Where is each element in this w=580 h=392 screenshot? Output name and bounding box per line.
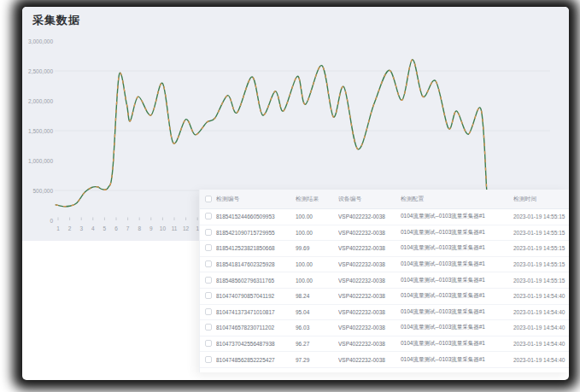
x-axis-label: 4 bbox=[91, 225, 95, 231]
row-checkbox[interactable] bbox=[200, 244, 216, 252]
column-header-0: 检测编号 bbox=[216, 195, 296, 203]
row-checkbox[interactable] bbox=[200, 292, 216, 300]
cell-detection-id: 8185418147602325928 bbox=[216, 261, 296, 267]
cell-detection-result: 100.00 bbox=[296, 214, 338, 219]
cell-detection-config: 0104流量测试--0103流量采集器#1 bbox=[401, 277, 513, 284]
cell-device-number: VSP4022232-0038 bbox=[338, 293, 401, 299]
cell-detection-id: 8104740790857041192 bbox=[216, 293, 296, 299]
cell-detection-result: 99.69 bbox=[296, 245, 338, 251]
x-axis-label: 1 bbox=[56, 225, 60, 231]
cell-detection-result: 96.03 bbox=[296, 325, 338, 331]
table-row[interactable]: 810474657823071120296.03VSP4022232-00380… bbox=[200, 320, 569, 336]
table-row[interactable]: 8185421090715729955100.00VSP4022232-0038… bbox=[200, 225, 569, 242]
cell-device-number: VSP4022232-0038 bbox=[338, 278, 401, 284]
checkbox-icon bbox=[205, 213, 212, 219]
cell-detection-config: 0104流量测试--0103流量采集器#1 bbox=[401, 308, 513, 316]
x-axis-label: 7 bbox=[126, 225, 130, 231]
cell-detection-time: 2023-01-19 14:55:15 bbox=[513, 245, 569, 251]
checkbox-icon bbox=[205, 340, 212, 347]
data-table: 检测编号检测结果设备编号检测配置检测时间 8185415244660509953… bbox=[199, 190, 569, 372]
x-axis-label: 6 bbox=[114, 225, 118, 231]
checkbox-icon bbox=[205, 324, 212, 331]
checkbox-icon bbox=[205, 277, 212, 284]
cell-detection-id: 8104748562852225427 bbox=[216, 357, 296, 363]
y-axis-label: 3,000,000 bbox=[28, 38, 53, 44]
checkbox-icon bbox=[205, 260, 212, 267]
checkbox-icon bbox=[205, 244, 212, 251]
cell-detection-config: 0104流量测试--0103流量采集器#1 bbox=[401, 356, 513, 364]
cell-detection-config: 0104流量测试--0103流量采集器#1 bbox=[401, 229, 513, 237]
y-axis-label: 2,000,000 bbox=[28, 98, 53, 104]
cell-detection-config: 0104流量测试--0103流量采集器#1 bbox=[401, 292, 513, 300]
cell-detection-time: 2023-01-19 14:54:40 bbox=[513, 357, 569, 363]
table-row[interactable]: 8185415244660509953100.00VSP4022232-0038… bbox=[200, 209, 569, 225]
x-axis-label: 10 bbox=[160, 225, 167, 231]
cell-detection-id: 8185412523821850668 bbox=[216, 245, 296, 251]
cell-device-number: VSP4022232-0038 bbox=[338, 261, 401, 267]
table-row[interactable]: 8185485602796311765100.00VSP4022232-0038… bbox=[200, 272, 569, 289]
table-header-row: 检测编号检测结果设备编号检测配置检测时间 bbox=[200, 190, 569, 209]
y-axis-label: 0 bbox=[50, 218, 53, 224]
select-all-checkbox[interactable] bbox=[200, 196, 216, 203]
column-header-2: 设备编号 bbox=[338, 195, 401, 203]
cell-detection-result: 100.00 bbox=[296, 261, 338, 267]
cell-detection-config: 0104流量测试--0103流量采集器#1 bbox=[401, 244, 513, 252]
row-checkbox[interactable] bbox=[200, 324, 216, 331]
x-axis-label: 9 bbox=[149, 225, 153, 231]
cell-device-number: VSP4022232-0038 bbox=[338, 341, 401, 347]
cell-detection-result: 95.04 bbox=[296, 309, 338, 315]
cell-device-number: VSP4022232-0038 bbox=[338, 214, 401, 219]
cell-device-number: VSP4022232-0038 bbox=[338, 325, 401, 331]
row-checkbox[interactable] bbox=[200, 340, 216, 348]
row-checkbox[interactable] bbox=[200, 277, 216, 284]
x-axis-label: 5 bbox=[103, 225, 107, 231]
x-axis-label: 2 bbox=[68, 225, 72, 231]
cell-detection-id: 8185485602796311765 bbox=[216, 278, 296, 284]
cell-detection-time: 2023-01-19 14:54:40 bbox=[513, 293, 569, 299]
row-checkbox[interactable] bbox=[200, 260, 216, 268]
x-axis-label: 3 bbox=[79, 225, 83, 231]
table-row[interactable]: 810474856285222542797.29VSP4022232-00380… bbox=[200, 352, 569, 368]
cell-detection-time: 2023-01-19 14:55:15 bbox=[513, 278, 569, 284]
y-axis-label: 2,500,000 bbox=[28, 68, 53, 74]
row-checkbox[interactable] bbox=[200, 356, 216, 364]
cell-detection-result: 96.27 bbox=[296, 341, 338, 347]
table-row[interactable]: 818541252382185066899.69VSP4022232-00380… bbox=[200, 241, 569, 257]
row-checkbox[interactable] bbox=[200, 308, 216, 316]
y-axis-label: 500,000 bbox=[33, 188, 54, 194]
checkbox-icon bbox=[205, 196, 212, 202]
table-row[interactable]: 810474079085704119298.24VSP4022232-00380… bbox=[200, 289, 569, 305]
column-header-1: 检测结果 bbox=[296, 195, 338, 203]
cell-detection-result: 100.00 bbox=[296, 278, 338, 284]
cell-detection-time: 2023-01-19 14:54:40 bbox=[513, 325, 569, 331]
cell-device-number: VSP4022232-0038 bbox=[338, 245, 401, 251]
cell-detection-config: 0104流量测试--0103流量采集器#1 bbox=[401, 260, 513, 268]
cell-detection-time: 2023-01-19 14:55:15 bbox=[513, 214, 569, 219]
cell-detection-config: 0104流量测试--0103流量采集器#1 bbox=[401, 340, 513, 348]
cell-detection-id: 8104746578230711202 bbox=[216, 325, 296, 331]
y-axis-label: 1,500,000 bbox=[28, 128, 53, 134]
cell-detection-result: 97.29 bbox=[296, 357, 338, 363]
cell-detection-time: 2023-01-19 14:55:15 bbox=[513, 261, 569, 267]
table-row[interactable]: 810473704255648793896.27VSP4022232-00380… bbox=[200, 336, 569, 353]
cell-detection-id: 8185415244660509953 bbox=[216, 214, 296, 219]
x-axis-label: 12 bbox=[183, 225, 190, 231]
cell-device-number: VSP4022232-0038 bbox=[338, 309, 401, 315]
table-body: 8185415244660509953100.00VSP4022232-0038… bbox=[200, 209, 569, 368]
cell-detection-config: 0104流量测试--0103流量采集器#1 bbox=[401, 324, 513, 331]
checkbox-icon bbox=[205, 356, 212, 363]
cell-detection-result: 98.24 bbox=[296, 293, 338, 299]
row-checkbox[interactable] bbox=[200, 213, 216, 220]
cell-detection-time: 2023-01-19 14:55:15 bbox=[513, 230, 569, 236]
column-header-3: 检测配置 bbox=[401, 195, 513, 203]
row-checkbox[interactable] bbox=[200, 229, 216, 237]
cell-device-number: VSP4022232-0038 bbox=[338, 230, 401, 236]
checkbox-icon bbox=[205, 308, 212, 315]
cell-detection-config: 0104流量测试--0103流量采集器#1 bbox=[401, 213, 513, 220]
x-axis-label: 11 bbox=[172, 225, 178, 231]
table-row[interactable]: 810474137347101081795.04VSP4022232-00380… bbox=[200, 305, 569, 321]
checkbox-icon bbox=[205, 292, 212, 299]
cell-detection-time: 2023-01-19 14:54:40 bbox=[513, 341, 569, 347]
table-row[interactable]: 8185418147602325928100.00VSP4022232-0038… bbox=[200, 257, 569, 273]
cell-detection-id: 8104741373471010817 bbox=[216, 309, 296, 315]
